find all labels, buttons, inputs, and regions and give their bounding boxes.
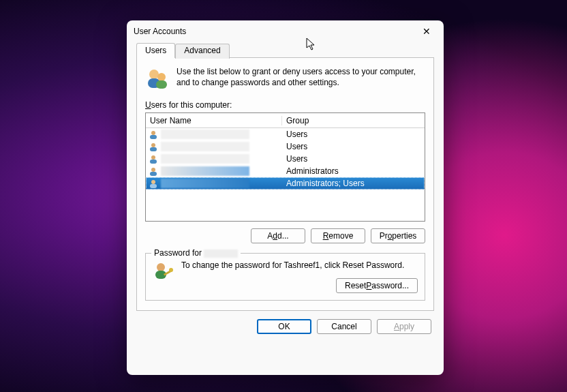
table-row[interactable]: Users xyxy=(146,140,425,153)
username-redacted xyxy=(161,142,249,151)
group-cell: Administrators xyxy=(282,166,425,176)
svg-point-2 xyxy=(157,73,166,81)
svg-point-17 xyxy=(169,268,173,272)
username-redacted xyxy=(204,250,238,258)
key-user-icon xyxy=(153,260,174,282)
apply-button: Apply xyxy=(377,319,431,334)
user-buttons-row: Add... Remove Properties xyxy=(145,228,425,243)
users-list-label: Users for this computer: xyxy=(145,100,425,110)
column-header-group[interactable]: Group xyxy=(282,116,425,125)
svg-point-10 xyxy=(151,168,155,172)
user-icon xyxy=(149,154,158,164)
column-header-username[interactable]: User Name xyxy=(146,116,282,125)
svg-rect-13 xyxy=(150,184,157,188)
listview-header: User Name Group xyxy=(146,113,425,128)
user-icon xyxy=(149,142,158,151)
password-fieldset: Password for To change the password for … xyxy=(145,253,425,301)
users-icon xyxy=(145,66,170,91)
add-button[interactable]: Add... xyxy=(251,228,305,243)
user-accounts-window: User Accounts ✕ Users Advanced Use the l… xyxy=(127,20,444,375)
intro-text: Use the list below to grant or deny user… xyxy=(177,66,425,91)
properties-button[interactable]: Properties xyxy=(371,228,425,243)
password-text: To change the password for Tashreef1, cl… xyxy=(181,260,418,270)
users-listview[interactable]: User Name Group Users Users Users xyxy=(145,112,425,222)
close-icon: ✕ xyxy=(423,26,431,37)
close-button[interactable]: ✕ xyxy=(416,21,437,42)
svg-point-6 xyxy=(151,143,155,147)
username-redacted xyxy=(161,166,249,176)
username-redacted xyxy=(161,154,249,164)
group-cell: Users xyxy=(282,142,425,151)
svg-point-12 xyxy=(151,180,155,184)
svg-rect-9 xyxy=(150,160,157,164)
reset-password-button[interactable]: Reset Password... xyxy=(336,278,418,293)
listview-body: Users Users Users Administrators Adminis… xyxy=(146,128,425,190)
user-icon xyxy=(149,179,158,188)
svg-point-8 xyxy=(151,155,155,160)
table-row[interactable]: Administrators xyxy=(146,165,425,177)
remove-button[interactable]: Remove xyxy=(311,228,365,243)
cancel-button[interactable]: Cancel xyxy=(317,319,371,334)
user-icon xyxy=(149,166,158,176)
tab-users[interactable]: Users xyxy=(136,43,175,58)
titlebar: User Accounts ✕ xyxy=(127,20,444,42)
group-cell: Users xyxy=(282,154,425,164)
users-tab-panel: Use the list below to grant or deny user… xyxy=(136,57,434,311)
tab-strip: Users Advanced xyxy=(127,42,444,57)
svg-point-4 xyxy=(151,131,155,135)
svg-point-14 xyxy=(157,263,165,271)
intro-row: Use the list below to grant or deny user… xyxy=(145,66,425,91)
table-row[interactable]: Users xyxy=(146,153,425,165)
username-redacted xyxy=(161,179,249,188)
tab-advanced[interactable]: Advanced xyxy=(175,44,229,59)
dialog-buttons-row: OK Cancel Apply xyxy=(127,316,444,334)
svg-rect-5 xyxy=(150,135,157,139)
svg-rect-11 xyxy=(150,172,157,176)
svg-rect-7 xyxy=(150,147,157,151)
window-title: User Accounts xyxy=(134,27,186,36)
username-redacted xyxy=(161,130,249,139)
group-cell: Administrators; Users xyxy=(282,179,425,188)
ok-button[interactable]: OK xyxy=(257,319,311,334)
table-row[interactable]: Administrators; Users xyxy=(146,177,425,190)
table-row[interactable]: Users xyxy=(146,128,425,140)
group-cell: Users xyxy=(282,130,425,139)
password-legend: Password for xyxy=(151,248,241,258)
user-icon xyxy=(149,130,158,139)
svg-point-0 xyxy=(149,70,159,79)
svg-rect-3 xyxy=(156,80,167,89)
